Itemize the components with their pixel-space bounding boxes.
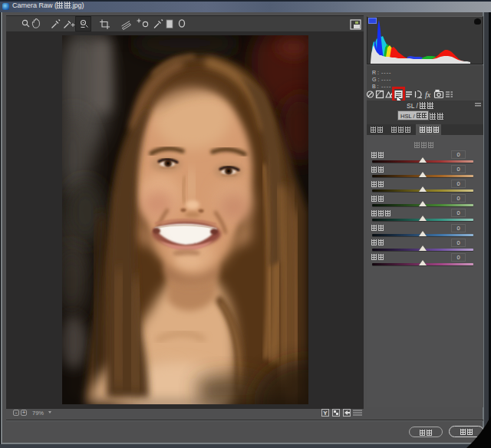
svg-text:fx: fx	[425, 91, 431, 99]
